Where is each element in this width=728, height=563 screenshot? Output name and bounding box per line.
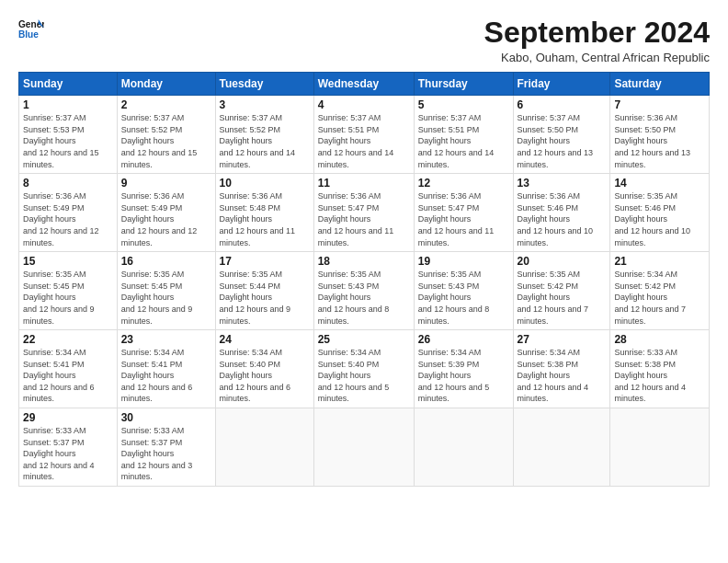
calendar-cell: 9Sunrise: 5:36 AMSunset: 5:49 PMDaylight…: [117, 174, 215, 252]
title-block: September 2024 Kabo, Ouham, Central Afri…: [484, 17, 710, 64]
calendar-cell: 27Sunrise: 5:34 AMSunset: 5:38 PMDayligh…: [513, 330, 610, 408]
day-info: Sunrise: 5:34 AMSunset: 5:40 PMDaylight …: [318, 348, 390, 403]
calendar-cell: 25Sunrise: 5:34 AMSunset: 5:40 PMDayligh…: [313, 330, 414, 408]
calendar-cell: 13Sunrise: 5:36 AMSunset: 5:46 PMDayligh…: [513, 174, 610, 252]
day-info: Sunrise: 5:34 AMSunset: 5:41 PMDaylight …: [121, 348, 193, 403]
day-number: 16: [121, 255, 211, 268]
day-info: Sunrise: 5:37 AMSunset: 5:50 PMDaylight …: [518, 113, 594, 168]
day-info: Sunrise: 5:35 AMSunset: 5:45 PMDaylight …: [121, 270, 193, 325]
day-number: 18: [318, 255, 410, 268]
day-info: Sunrise: 5:34 AMSunset: 5:38 PMDaylight …: [518, 348, 589, 403]
day-number: 13: [518, 177, 607, 190]
calendar-cell: [414, 408, 513, 487]
day-info: Sunrise: 5:36 AMSunset: 5:47 PMDaylight …: [418, 191, 495, 247]
calendar-cell: [313, 408, 414, 487]
day-number: 20: [518, 255, 607, 268]
day-number: 30: [121, 411, 211, 424]
day-number: 2: [121, 98, 211, 111]
day-number: 10: [220, 177, 310, 190]
page: General Blue September 2024 Kabo, Ouham,…: [0, 0, 728, 563]
col-thursday: Thursday: [414, 73, 513, 96]
week-row-2: 8Sunrise: 5:36 AMSunset: 5:49 PMDaylight…: [19, 174, 710, 252]
calendar-cell: 20Sunrise: 5:35 AMSunset: 5:42 PMDayligh…: [513, 252, 610, 330]
day-info: Sunrise: 5:34 AMSunset: 5:42 PMDaylight …: [614, 270, 686, 325]
day-number: 14: [614, 177, 705, 190]
calendar-cell: 8Sunrise: 5:36 AMSunset: 5:49 PMDaylight…: [19, 174, 118, 252]
day-number: 21: [614, 255, 705, 268]
day-number: 24: [220, 333, 310, 346]
col-friday: Friday: [513, 73, 610, 96]
calendar-cell: 29Sunrise: 5:33 AMSunset: 5:37 PMDayligh…: [19, 408, 118, 487]
calendar-cell: 24Sunrise: 5:34 AMSunset: 5:40 PMDayligh…: [215, 330, 313, 408]
day-info: Sunrise: 5:36 AMSunset: 5:50 PMDaylight …: [614, 113, 690, 168]
calendar-cell: 17Sunrise: 5:35 AMSunset: 5:44 PMDayligh…: [215, 252, 313, 330]
calendar-cell: [215, 408, 313, 487]
day-info: Sunrise: 5:35 AMSunset: 5:43 PMDaylight …: [418, 270, 490, 325]
logo-icon: General Blue: [18, 17, 44, 42]
day-info: Sunrise: 5:33 AMSunset: 5:37 PMDaylight …: [121, 426, 193, 481]
day-info: Sunrise: 5:37 AMSunset: 5:51 PMDaylight …: [318, 113, 394, 168]
day-info: Sunrise: 5:36 AMSunset: 5:49 PMDaylight …: [23, 191, 99, 247]
week-row-1: 1Sunrise: 5:37 AMSunset: 5:53 PMDaylight…: [19, 96, 710, 174]
calendar-cell: 15Sunrise: 5:35 AMSunset: 5:45 PMDayligh…: [19, 252, 118, 330]
calendar-header-row: Sunday Monday Tuesday Wednesday Thursday…: [19, 73, 710, 96]
calendar-cell: 23Sunrise: 5:34 AMSunset: 5:41 PMDayligh…: [117, 330, 215, 408]
calendar-cell: 21Sunrise: 5:34 AMSunset: 5:42 PMDayligh…: [610, 252, 710, 330]
calendar-cell: 4Sunrise: 5:37 AMSunset: 5:51 PMDaylight…: [313, 96, 414, 174]
day-number: 15: [23, 255, 113, 268]
col-saturday: Saturday: [610, 73, 710, 96]
day-info: Sunrise: 5:35 AMSunset: 5:42 PMDaylight …: [518, 270, 589, 325]
day-info: Sunrise: 5:35 AMSunset: 5:44 PMDaylight …: [220, 270, 291, 325]
day-number: 3: [220, 98, 310, 111]
day-number: 12: [418, 177, 509, 190]
calendar-cell: 22Sunrise: 5:34 AMSunset: 5:41 PMDayligh…: [19, 330, 118, 408]
day-info: Sunrise: 5:36 AMSunset: 5:49 PMDaylight …: [121, 191, 198, 247]
day-number: 29: [23, 411, 113, 424]
day-number: 8: [23, 177, 113, 190]
calendar-cell: 28Sunrise: 5:33 AMSunset: 5:38 PMDayligh…: [610, 330, 710, 408]
day-number: 28: [614, 333, 705, 346]
day-info: Sunrise: 5:37 AMSunset: 5:52 PMDaylight …: [121, 113, 198, 168]
week-row-5: 29Sunrise: 5:33 AMSunset: 5:37 PMDayligh…: [19, 408, 710, 487]
day-info: Sunrise: 5:34 AMSunset: 5:41 PMDaylight …: [23, 348, 95, 403]
day-number: 27: [518, 333, 607, 346]
calendar-cell: 26Sunrise: 5:34 AMSunset: 5:39 PMDayligh…: [414, 330, 513, 408]
week-row-3: 15Sunrise: 5:35 AMSunset: 5:45 PMDayligh…: [19, 252, 710, 330]
subtitle: Kabo, Ouham, Central African Republic: [484, 51, 710, 64]
calendar-cell: 19Sunrise: 5:35 AMSunset: 5:43 PMDayligh…: [414, 252, 513, 330]
calendar-cell: 3Sunrise: 5:37 AMSunset: 5:52 PMDaylight…: [215, 96, 313, 174]
col-wednesday: Wednesday: [313, 73, 414, 96]
day-number: 6: [518, 98, 607, 111]
calendar-cell: 10Sunrise: 5:36 AMSunset: 5:48 PMDayligh…: [215, 174, 313, 252]
day-number: 9: [121, 177, 211, 190]
col-monday: Monday: [117, 73, 215, 96]
calendar-cell: 12Sunrise: 5:36 AMSunset: 5:47 PMDayligh…: [414, 174, 513, 252]
day-info: Sunrise: 5:37 AMSunset: 5:51 PMDaylight …: [418, 113, 495, 168]
day-info: Sunrise: 5:36 AMSunset: 5:48 PMDaylight …: [220, 191, 296, 247]
calendar-cell: 5Sunrise: 5:37 AMSunset: 5:51 PMDaylight…: [414, 96, 513, 174]
week-row-4: 22Sunrise: 5:34 AMSunset: 5:41 PMDayligh…: [19, 330, 710, 408]
day-number: 26: [418, 333, 509, 346]
day-info: Sunrise: 5:37 AMSunset: 5:52 PMDaylight …: [220, 113, 296, 168]
day-info: Sunrise: 5:36 AMSunset: 5:47 PMDaylight …: [318, 191, 394, 247]
calendar-cell: [610, 408, 710, 487]
day-number: 23: [121, 333, 211, 346]
day-number: 22: [23, 333, 113, 346]
calendar-cell: 1Sunrise: 5:37 AMSunset: 5:53 PMDaylight…: [19, 96, 118, 174]
day-number: 4: [318, 98, 410, 111]
day-number: 17: [220, 255, 310, 268]
day-info: Sunrise: 5:34 AMSunset: 5:39 PMDaylight …: [418, 348, 490, 403]
svg-text:Blue: Blue: [18, 29, 39, 40]
calendar-cell: 14Sunrise: 5:35 AMSunset: 5:46 PMDayligh…: [610, 174, 710, 252]
day-info: Sunrise: 5:35 AMSunset: 5:45 PMDaylight …: [23, 270, 95, 325]
day-info: Sunrise: 5:36 AMSunset: 5:46 PMDaylight …: [518, 191, 594, 247]
day-number: 1: [23, 98, 113, 111]
day-info: Sunrise: 5:33 AMSunset: 5:38 PMDaylight …: [614, 348, 686, 403]
day-number: 11: [318, 177, 410, 190]
calendar-table: Sunday Monday Tuesday Wednesday Thursday…: [18, 72, 710, 487]
calendar-cell: 6Sunrise: 5:37 AMSunset: 5:50 PMDaylight…: [513, 96, 610, 174]
calendar-cell: 2Sunrise: 5:37 AMSunset: 5:52 PMDaylight…: [117, 96, 215, 174]
day-info: Sunrise: 5:35 AMSunset: 5:46 PMDaylight …: [614, 191, 690, 247]
day-info: Sunrise: 5:37 AMSunset: 5:53 PMDaylight …: [23, 113, 99, 168]
calendar-cell: 7Sunrise: 5:36 AMSunset: 5:50 PMDaylight…: [610, 96, 710, 174]
